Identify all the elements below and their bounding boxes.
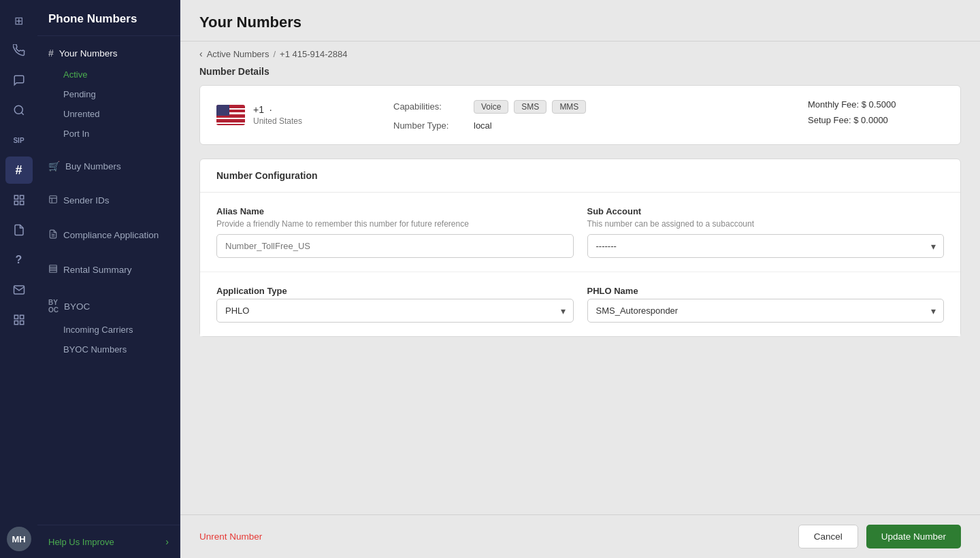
- alias-name-input[interactable]: [216, 234, 574, 258]
- back-arrow-icon[interactable]: ‹: [199, 48, 203, 59]
- country-code: +1: [253, 104, 264, 115]
- nav-rental-section: Rental Summary: [37, 252, 180, 287]
- nav-item-compliance-label: Compliance Application: [63, 230, 159, 240]
- nav-item-rental-label: Rental Summary: [63, 265, 132, 275]
- capabilities-row: Capabilities: Voice SMS MMS: [393, 100, 794, 114]
- phlo-name-select-wrapper: SMS_Autoresponder Voice_Handler: [587, 299, 945, 323]
- cancel-button[interactable]: Cancel: [798, 525, 858, 548]
- nav-item-buy-numbers[interactable]: 🛒 Buy Numbers: [37, 154, 180, 178]
- nav-icon-sip[interactable]: SIP: [5, 127, 33, 154]
- capabilities-section: Capabilities: Voice SMS MMS Number Type:…: [380, 100, 808, 131]
- sender-ids-icon: [48, 195, 58, 206]
- nav-item-byoc-label: BYOC: [64, 301, 90, 312]
- sub-account-select[interactable]: -------: [587, 234, 945, 258]
- icon-sidebar: ⊞ SIP # ? MH: [0, 0, 37, 558]
- unrent-button[interactable]: Unrent Number: [199, 531, 262, 542]
- app-type-section: Application Type PHLO XML None PHLO Name: [200, 272, 960, 336]
- nav-icon-grid[interactable]: ⊞: [5, 7, 33, 34]
- svg-rect-1: [14, 195, 18, 199]
- setup-fee-row: Setup Fee: $ 0.0000: [808, 115, 944, 125]
- nav-item-compliance[interactable]: Compliance Application: [37, 223, 180, 247]
- svg-rect-7: [14, 321, 18, 325]
- nav-icon-envelope[interactable]: [5, 276, 33, 303]
- nav-icon-search[interactable]: [5, 97, 33, 124]
- app-type-row: Application Type PHLO XML None PHLO Name: [216, 286, 944, 323]
- svg-rect-4: [20, 201, 23, 205]
- nav-icon-doc[interactable]: [5, 216, 33, 244]
- rental-icon: [48, 264, 58, 276]
- flag-section: +1 · United States: [216, 104, 353, 126]
- config-body: Alias Name Provide a friendly Name to re…: [200, 193, 960, 272]
- number-type-label: Number Type:: [393, 120, 468, 131]
- config-row-1: Alias Name Provide a friendly Name to re…: [216, 206, 944, 258]
- nav-subitem-unrented[interactable]: Unrented: [37, 104, 180, 124]
- breadcrumb-current: +1 415-914-2884: [280, 49, 347, 59]
- main-content: Your Numbers ‹ Active Numbers / +1 415-9…: [180, 0, 980, 558]
- number-details-card: +1 · United States Capabilities: Voice S…: [199, 85, 961, 145]
- nav-byoc-section: BYOC BYOC Incoming Carriers BYOC Numbers: [37, 287, 180, 365]
- nav-icon-chat[interactable]: [5, 67, 33, 94]
- help-chevron-icon: ›: [165, 536, 169, 547]
- nav-your-numbers-section: # Your Numbers Active Pending Unrented P…: [37, 36, 180, 149]
- sub-account-select-wrapper: -------: [587, 234, 945, 258]
- your-numbers-icon: #: [48, 48, 54, 59]
- application-type-field: Application Type PHLO XML None: [216, 286, 574, 323]
- number-config-card: Number Configuration Alias Name Provide …: [199, 159, 961, 337]
- user-avatar[interactable]: MH: [7, 527, 31, 551]
- phlo-name-select[interactable]: SMS_Autoresponder Voice_Handler: [587, 299, 945, 323]
- nav-subitem-port-in[interactable]: Port In: [37, 124, 180, 144]
- nav-subitem-active[interactable]: Active: [37, 65, 180, 84]
- nav-sidebar: Phone Numbers # Your Numbers Active Pend…: [37, 0, 180, 558]
- nav-item-byoc[interactable]: BYOC BYOC: [37, 293, 180, 320]
- main-header: Your Numbers: [180, 0, 980, 41]
- svg-rect-2: [20, 195, 23, 199]
- breadcrumb-parent[interactable]: Active Numbers: [207, 49, 270, 59]
- nav-icon-grid2[interactable]: [5, 186, 33, 214]
- number-info: +1 · United States: [253, 104, 302, 126]
- nav-item-your-numbers[interactable]: # Your Numbers: [37, 42, 180, 65]
- capability-sms: SMS: [514, 100, 546, 114]
- nav-subitem-pending[interactable]: Pending: [37, 84, 180, 104]
- sub-account-desc: This number can be assigned to a subacco…: [587, 219, 945, 229]
- compliance-icon: [48, 229, 58, 241]
- app-type-label: Application Type: [216, 286, 574, 296]
- setup-fee-value: $ 0.0000: [853, 115, 888, 125]
- footer: Unrent Number Cancel Update Number: [180, 514, 980, 558]
- alias-name-field: Alias Name Provide a friendly Name to re…: [216, 206, 574, 258]
- number-config-header: Number Configuration: [200, 159, 960, 193]
- alias-name-desc: Provide a friendly Name to remember this…: [216, 219, 574, 229]
- number-type-value: local: [474, 120, 492, 131]
- nav-subitem-byoc-numbers[interactable]: BYOC Numbers: [37, 340, 180, 359]
- nav-sidebar-title: Phone Numbers: [37, 0, 180, 36]
- svg-rect-5: [14, 315, 18, 318]
- nav-subitem-incoming-carriers[interactable]: Incoming Carriers: [37, 320, 180, 340]
- setup-fee-label: Setup Fee:: [808, 115, 851, 125]
- nav-item-rental[interactable]: Rental Summary: [37, 258, 180, 282]
- nav-item-buy-numbers-label: Buy Numbers: [65, 161, 121, 171]
- nav-icon-apps[interactable]: [5, 306, 33, 333]
- nav-icon-question[interactable]: ?: [5, 246, 33, 274]
- page-title: Your Numbers: [199, 14, 961, 31]
- app-type-select[interactable]: PHLO XML None: [216, 299, 574, 323]
- nav-icon-phone[interactable]: [5, 37, 33, 64]
- phlo-name-label: PHLO Name: [587, 286, 945, 296]
- svg-point-0: [14, 105, 22, 114]
- help-us-improve[interactable]: Help Us Improve ›: [37, 525, 180, 558]
- nav-item-sender-ids-label: Sender IDs: [63, 195, 110, 206]
- us-flag: [216, 105, 245, 125]
- phlo-name-field: PHLO Name SMS_Autoresponder Voice_Handle…: [587, 286, 945, 323]
- number-details-title: Number Details: [199, 66, 961, 77]
- nav-icon-hashtag[interactable]: #: [5, 157, 33, 184]
- monthly-fee-row: Monthly Fee: $ 0.5000: [808, 99, 944, 110]
- nav-item-your-numbers-label: Your Numbers: [59, 48, 118, 59]
- alias-name-label: Alias Name: [216, 206, 574, 216]
- monthly-fee-value: $ 0.5000: [862, 99, 896, 110]
- svg-rect-8: [20, 321, 23, 325]
- footer-actions: Cancel Update Number: [798, 525, 961, 548]
- nav-sender-ids-section: Sender IDs: [37, 183, 180, 218]
- nav-compliance-section: Compliance Application: [37, 218, 180, 252]
- svg-rect-9: [50, 196, 57, 203]
- breadcrumb: ‹ Active Numbers / +1 415-914-2884: [180, 42, 980, 66]
- update-number-button[interactable]: Update Number: [866, 525, 961, 548]
- nav-item-sender-ids[interactable]: Sender IDs: [37, 188, 180, 212]
